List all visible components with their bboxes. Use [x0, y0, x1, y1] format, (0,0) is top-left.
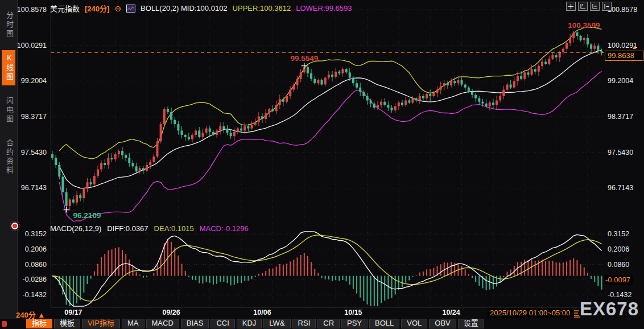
boll-label: BOLL(20,2) MID:100.0102 [141, 4, 228, 13]
macd-diff-value: DIFF:0.0367 [107, 224, 148, 233]
svg-text:97.5430: 97.5430 [608, 149, 633, 157]
boll-upper-value: UPPER:100.3612 [233, 4, 291, 13]
macd-header: MACD(26,12,9) DIFF:0.0367 DEA:0.1015 MAC… [50, 224, 249, 233]
svg-text:0.0860: 0.0860 [608, 261, 629, 269]
svg-text:100.3599: 100.3599 [568, 21, 600, 30]
svg-text:10/06: 10/06 [253, 309, 271, 316]
svg-text:0.0860: 0.0860 [25, 261, 47, 269]
toolbar-button-8[interactable]: LW& [263, 319, 290, 328]
svg-text:-0.1432: -0.1432 [23, 291, 47, 299]
indicator-toolbar: 指标模板VIP指标MAMACDBIASCCIKDJLW&RSICRPSYBOLL… [26, 319, 484, 328]
macd-dea-value: DEA:0.1015 [154, 224, 194, 233]
svg-text:100.8578: 100.8578 [17, 6, 47, 14]
toolbar-button-14[interactable]: OBV [429, 319, 456, 328]
scale-horizontal-axis-icon[interactable] [590, 2, 600, 11]
logo-lines-icon [573, 309, 581, 320]
toolbar-button-9[interactable]: RSI [292, 319, 316, 328]
current-bar-time-label: 2025/10/29 01:00~05:00 [488, 308, 572, 318]
svg-text:0.2006: 0.2006 [25, 245, 47, 253]
sidebar-tab-3[interactable]: 合约资料 [2, 135, 15, 179]
toolbar-button-5[interactable]: BIAS [181, 319, 209, 328]
symbol-name: 美元指数 [50, 3, 80, 14]
svg-text:0.3152: 0.3152 [608, 230, 629, 238]
price-macd-chart: 100.8578100.8578100.0291100.029199.20049… [17, 0, 644, 319]
toolbar-button-2[interactable]: VIP指标 [82, 319, 120, 328]
svg-text:-0.1432: -0.1432 [608, 291, 631, 299]
svg-text:0.3152: 0.3152 [25, 230, 47, 238]
toolbar-button-15[interactable]: 设置 [458, 319, 484, 328]
sidebar-tab-2[interactable]: 闪电图 [2, 93, 15, 128]
svg-text:10/24: 10/24 [442, 309, 460, 316]
left-sidebar: 分时图K线图闪电图合约资料 [0, 0, 18, 319]
svg-text:0.2006: 0.2006 [608, 245, 629, 253]
svg-text:99.2004: 99.2004 [21, 77, 47, 85]
toolbar-button-4[interactable]: MACD [146, 319, 179, 328]
svg-text:100.0291: 100.0291 [17, 42, 47, 50]
svg-text:96.7143: 96.7143 [608, 184, 633, 192]
svg-text:99.5549: 99.5549 [290, 54, 318, 63]
toolbar-button-10[interactable]: CR [317, 319, 340, 328]
alert-dot-icon[interactable] [11, 223, 18, 229]
collapse-icon[interactable]: ⊖ [114, 4, 121, 13]
price-up-arrow-icon: ▲ [631, 44, 637, 50]
svg-text:10/15: 10/15 [344, 309, 362, 316]
toolbar-button-6[interactable]: CCI [210, 319, 234, 328]
mini-chart-icon[interactable] [126, 5, 135, 13]
toolbar-button-13[interactable]: VOL [401, 319, 427, 328]
brand-watermark: EX678 [580, 298, 639, 320]
toolbar-button-11[interactable]: PSY [341, 319, 368, 328]
macd-current-value-box: -0.0097 [604, 275, 633, 285]
svg-text:100.8578: 100.8578 [608, 6, 637, 14]
shift-right-icon[interactable] [602, 2, 612, 11]
boll-lower-value: LOWER:99.6593 [296, 4, 352, 13]
trading-app-window: 100.8578100.8578100.0291100.029199.20049… [0, 0, 644, 329]
svg-text:98.3717: 98.3717 [21, 113, 47, 121]
sidebar-tab-0[interactable]: 分时图 [2, 8, 15, 42]
svg-text:09/26: 09/26 [162, 309, 180, 316]
svg-text:96.7143: 96.7143 [21, 184, 47, 192]
toolbar-button-7[interactable]: KDJ [237, 319, 262, 328]
bottom-left-icon[interactable] [2, 321, 7, 327]
toolbar-button-12[interactable]: BOLL [369, 319, 399, 328]
svg-text:97.5430: 97.5430 [21, 149, 47, 157]
crosshair-icon[interactable] [566, 2, 576, 11]
toolbar-button-3[interactable]: MA [122, 319, 145, 328]
svg-text:98.3717: 98.3717 [608, 113, 633, 121]
svg-text:99.2004: 99.2004 [608, 77, 633, 85]
svg-text:09/17: 09/17 [64, 309, 82, 316]
svg-text:96.2109: 96.2109 [73, 211, 101, 220]
chart-header: 美元指数 [240分] ⊖ BOLL(20,2) MID:100.0102 UP… [50, 3, 352, 14]
scale-vertical-axis-icon[interactable] [578, 2, 588, 11]
chart-controls [566, 2, 612, 11]
svg-text:-0.0286: -0.0286 [23, 275, 47, 283]
chart-canvas[interactable]: 100.8578100.8578100.0291100.029199.20049… [17, 0, 644, 319]
toolbar-button-0[interactable]: 指标 [26, 319, 52, 328]
sidebar-tab-1[interactable]: K线图 [2, 50, 15, 85]
toolbar-button-1[interactable]: 模板 [54, 319, 80, 328]
macd-hist-value: MACD:-0.1296 [200, 224, 249, 233]
last-price-box: 99.8638 [605, 51, 643, 61]
period-badge: [240分] [85, 3, 109, 14]
macd-indicator-name: MACD(26,12,9) [50, 224, 101, 233]
